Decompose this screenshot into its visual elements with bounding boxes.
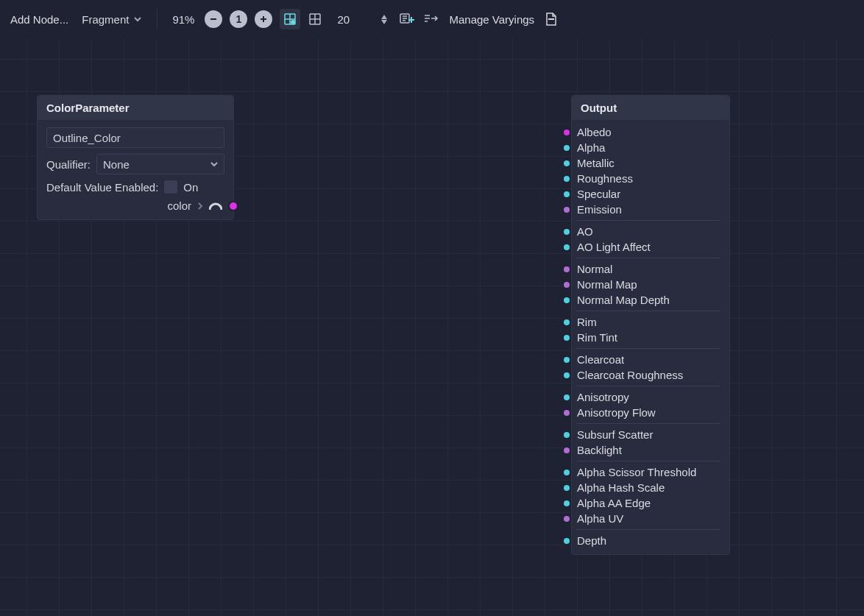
input-port-icon[interactable] [562,371,571,380]
port-label: Alpha Hash Scale [577,481,665,494]
shader-type-dropdown[interactable]: Fragment [79,13,145,26]
output-group-divider [576,461,720,461]
output-port-alpha-scissor-threshold[interactable]: Alpha Scissor Threshold [572,464,723,480]
input-port-icon[interactable] [562,144,571,152]
zoom-reset-button[interactable]: 1 [230,10,247,28]
output-group-divider [576,220,720,221]
input-port-icon[interactable] [562,190,571,199]
output-port-alpha[interactable]: Alpha [572,140,723,155]
output-group-divider [576,529,720,530]
input-port-icon[interactable] [562,499,571,508]
default-enabled-checkbox[interactable] [164,180,177,194]
output-group-divider [576,311,720,311]
zoom-out-button[interactable] [205,10,222,28]
input-port-icon[interactable] [562,333,571,342]
input-port-icon[interactable] [562,227,571,236]
node-color-parameter[interactable]: ColorParameter Outline_Color Qualifier: … [37,95,234,220]
qualifier-select[interactable]: None [96,154,224,174]
output-port-alpha-hash-scale[interactable]: Alpha Hash Scale [572,480,723,495]
port-label: Normal Map [577,278,637,291]
varying-remove-icon [422,12,439,26]
input-port-icon[interactable] [562,446,571,455]
output-port-color[interactable] [228,201,238,211]
input-port-icon[interactable] [562,280,571,289]
port-label: Anisotropy [577,391,629,403]
caret-up-icon [381,15,387,19]
port-label: Alpha [577,141,605,154]
output-port-anisotropy[interactable]: Anisotropy [572,389,723,405]
output-port-backlight[interactable]: Backlight [572,442,723,458]
output-port-subsurf-scatter[interactable]: Subsurf Scatter [572,427,723,442]
input-port-icon[interactable] [562,537,571,545]
port-label: Clearcoat Roughness [577,369,683,381]
grid-size-spinner[interactable] [381,15,387,24]
input-port-icon[interactable] [562,128,571,137]
toolbar: Add Node... Fragment 91% 1 20 [0,0,864,38]
toolbar-divider [157,9,157,29]
input-port-icon[interactable] [562,265,571,274]
shader-file-button[interactable] [545,12,558,26]
output-group-divider [576,386,720,386]
grid-toggle-button[interactable] [308,12,322,26]
input-port-icon[interactable] [562,408,571,417]
output-port-normal[interactable]: Normal [572,261,723,277]
zoom-in-button[interactable] [255,10,272,28]
varying-add-icon [399,12,415,26]
output-port-roughness[interactable]: Roughness [572,171,723,186]
port-label: Specular [577,188,620,200]
input-port-icon[interactable] [562,468,571,477]
output-port-ao-light-affect[interactable]: AO Light Affect [572,239,723,255]
input-port-icon[interactable] [562,393,571,402]
input-port-icon[interactable] [562,484,571,492]
output-port-ao[interactable]: AO [572,224,723,239]
output-port-clearcoat-roughness[interactable]: Clearcoat Roughness [572,367,723,383]
chevron-down-icon [133,15,142,24]
output-port-normal-map[interactable]: Normal Map [572,277,723,292]
input-port-icon[interactable] [562,318,571,327]
one-icon: 1 [236,13,242,25]
output-port-emission[interactable]: Emission [572,202,723,217]
output-port-rim-tint[interactable]: Rim Tint [572,330,723,345]
input-port-icon[interactable] [562,355,571,364]
input-port-icon[interactable] [562,174,571,183]
grid-size-input[interactable]: 20 [330,9,392,29]
grid-snap-toggle-button[interactable] [280,9,300,29]
output-port-clearcoat[interactable]: Clearcoat [572,352,723,367]
node-output-header[interactable]: Output [572,96,729,120]
parameter-name-input[interactable]: Outline_Color [46,127,224,148]
output-group-divider [576,348,720,349]
port-label: Roughness [577,172,633,185]
input-port-icon[interactable] [562,205,571,214]
chevron-down-icon [210,160,218,168]
node-color-parameter-header[interactable]: ColorParameter [38,96,233,120]
output-port-rim[interactable]: Rim [572,314,723,330]
output-port-depth[interactable]: Depth [572,533,723,548]
color-preview-swatch[interactable] [209,201,222,211]
input-port-icon[interactable] [562,296,571,305]
output-port-normal-map-depth[interactable]: Normal Map Depth [572,292,723,308]
input-port-icon[interactable] [562,514,571,523]
zoom-level-label: 91% [169,13,197,26]
input-port-icon[interactable] [562,159,571,168]
port-label: Clearcoat [577,353,624,366]
file-icon [545,12,558,26]
input-port-icon[interactable] [562,243,571,252]
port-label: Rim Tint [577,331,617,344]
output-port-alpha-uv[interactable]: Alpha UV [572,511,723,526]
node-output[interactable]: Output AlbedoAlphaMetallicRoughnessSpecu… [571,95,730,555]
output-port-specular[interactable]: Specular [572,186,723,202]
add-node-button[interactable]: Add Node... [7,13,71,26]
output-port-anisotropy-flow[interactable]: Anisotropy Flow [572,405,723,420]
default-enabled-text: On [183,181,198,194]
port-label: Normal Map Depth [577,294,670,306]
output-port-albedo[interactable]: Albedo [572,124,723,140]
output-port-alpha-aa-edge[interactable]: Alpha AA Edge [572,495,723,511]
input-port-icon[interactable] [562,431,571,439]
add-varying-button[interactable] [399,12,415,26]
output-port-metallic[interactable]: Metallic [572,155,723,171]
manage-varyings-button[interactable]: Manage Varyings [446,13,537,26]
qualifier-value: None [103,158,130,171]
canvas-grid[interactable] [0,0,864,616]
remove-varying-button[interactable] [422,12,439,26]
svg-point-3 [291,20,295,24]
